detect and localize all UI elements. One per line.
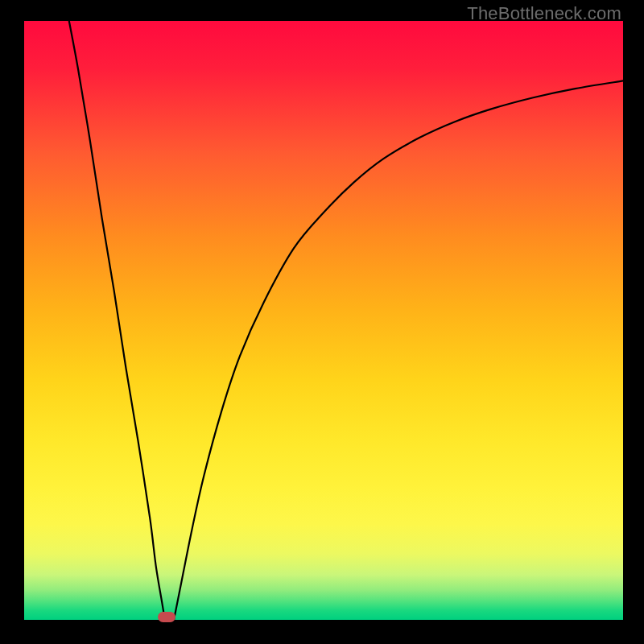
curve-svg bbox=[24, 21, 623, 620]
curve-left bbox=[69, 21, 165, 620]
minimum-marker bbox=[158, 612, 175, 622]
plot-area bbox=[24, 21, 623, 620]
chart-frame: TheBottleneck.com bbox=[0, 0, 644, 644]
curve-right bbox=[174, 80, 623, 620]
